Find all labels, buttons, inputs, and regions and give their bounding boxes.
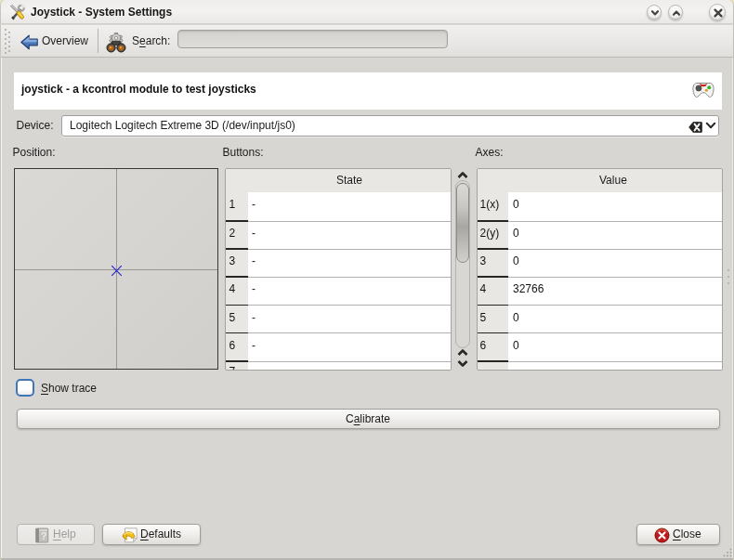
svg-text:?: ? [41, 530, 47, 541]
